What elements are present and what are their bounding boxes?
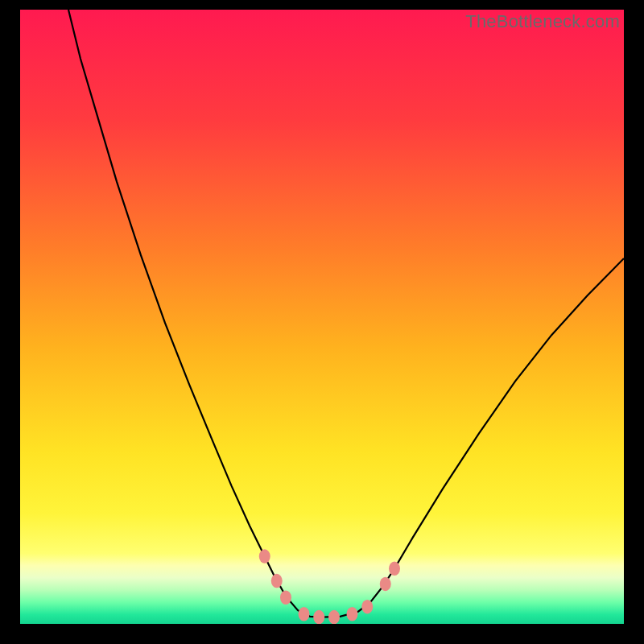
curve-marker — [299, 607, 310, 621]
curve-marker — [389, 562, 400, 576]
bottleneck-chart — [20, 10, 624, 624]
curve-marker — [271, 574, 283, 588]
curve-marker — [361, 600, 373, 614]
curve-marker — [313, 610, 324, 624]
curve-marker — [347, 607, 358, 621]
chart-frame: TheBottleneck.com — [0, 0, 644, 644]
curve-marker — [280, 590, 291, 605]
watermark-text: TheBottleneck.com — [465, 11, 620, 32]
curve-marker — [380, 577, 391, 592]
curve-marker — [259, 549, 270, 564]
chart-background — [20, 10, 624, 624]
curve-marker — [328, 610, 340, 624]
